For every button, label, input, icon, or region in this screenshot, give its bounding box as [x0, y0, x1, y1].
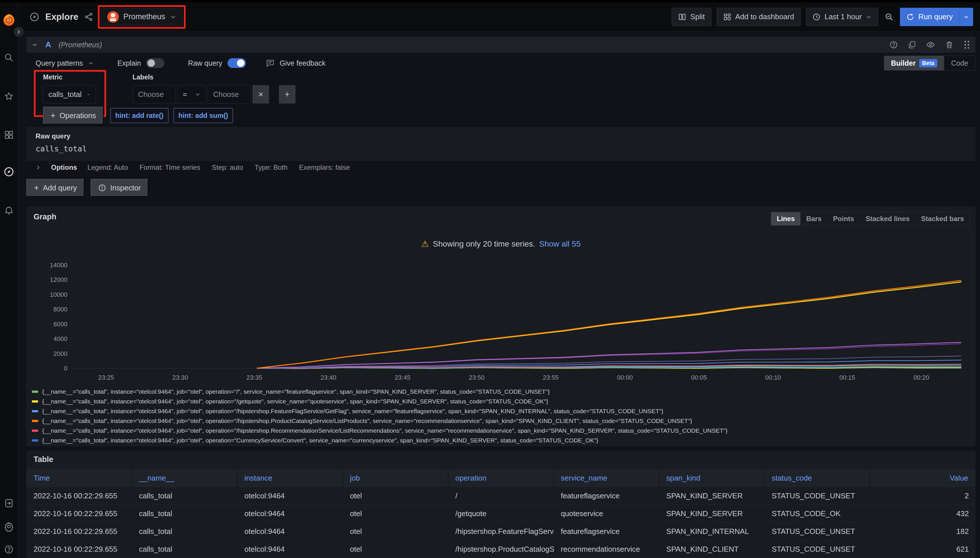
inspector-button[interactable]: Inspector	[90, 179, 148, 197]
svg-text:0: 0	[64, 365, 67, 372]
query-patterns-dropdown[interactable]: Query patterns	[36, 59, 83, 67]
query-options-row[interactable]: Options Legend: AutoFormat: Time seriesS…	[26, 161, 975, 174]
table-cell: quoteservice	[554, 505, 659, 522]
option-summary-item: Format: Time series	[140, 163, 200, 171]
table-cell: otel	[343, 487, 449, 505]
search-icon[interactable]	[0, 48, 18, 68]
table-row-1[interactable]: 2022-10-16 00:22:29.655calls_totalotelco…	[27, 505, 975, 523]
label-value-select[interactable]: Choose	[208, 85, 251, 103]
table-column-header-span_kind[interactable]: span_kind	[659, 469, 765, 487]
query-datasource-hint: (Prometheus)	[59, 41, 102, 49]
copy-query-icon[interactable]	[908, 40, 916, 49]
split-button[interactable]: Split	[672, 8, 712, 26]
query-hint-button-0[interactable]: hint: add rate()	[110, 108, 168, 123]
legend-series-label: {__name__="calls_total", instance="otelc…	[42, 388, 550, 395]
raw-query-toggle[interactable]	[227, 58, 246, 68]
table-cell: otel	[343, 505, 449, 522]
gear-icon[interactable]	[0, 517, 18, 537]
svg-text:23:45: 23:45	[395, 374, 411, 381]
table-column-header-__name__[interactable]: __name__	[132, 469, 238, 487]
svg-text:23:40: 23:40	[321, 374, 336, 381]
graph-mode-stacked-bars[interactable]: Stacked bars	[916, 212, 970, 225]
explore-compass-icon[interactable]	[0, 162, 18, 182]
graph-mode-lines[interactable]: Lines	[771, 212, 801, 225]
legend-item-5[interactable]: {__name__="calls_total", instance="otelc…	[32, 436, 970, 445]
run-query-button[interactable]: Run query	[900, 8, 973, 26]
graph-mode-points[interactable]: Points	[827, 212, 860, 225]
table-cell: SPAN_KIND_SERVER	[659, 505, 765, 522]
sync-icon	[906, 13, 914, 21]
table-cell: featureflagservice	[554, 523, 659, 540]
legend-item-4[interactable]: {__name__="calls_total", instance="otelc…	[32, 426, 970, 436]
legend-item-6[interactable]	[32, 445, 970, 446]
graph-mode-stacked-lines[interactable]: Stacked lines	[860, 212, 915, 225]
star-icon[interactable]	[0, 86, 18, 107]
graph-panel: Graph LinesBarsPointsStacked linesStacke…	[26, 207, 975, 446]
table-column-header-instance[interactable]: instance	[238, 469, 343, 487]
zoom-out-icon[interactable]	[885, 12, 894, 21]
table-cell: otel	[343, 540, 449, 558]
help-icon[interactable]	[0, 539, 18, 558]
table-row-2[interactable]: 2022-10-16 00:22:29.655calls_totalotelco…	[27, 523, 975, 540]
query-row-header[interactable]: A (Prometheus)	[26, 37, 975, 53]
table-column-header-job[interactable]: job	[343, 469, 449, 487]
svg-text:23:25: 23:25	[98, 374, 114, 381]
label-name-select[interactable]: Choose	[133, 85, 176, 103]
table-cell: calls_total	[132, 523, 238, 540]
add-operation-button[interactable]: + Operations	[43, 107, 104, 125]
legend-color-marker	[32, 420, 38, 422]
svg-text:2000: 2000	[53, 350, 67, 357]
table-column-header-service_name[interactable]: service_name	[554, 469, 659, 487]
add-query-button[interactable]: + Add query	[26, 179, 84, 197]
table-column-header-status_code[interactable]: status_code	[765, 469, 870, 487]
clock-icon	[812, 13, 821, 21]
delete-query-trash-icon[interactable]	[945, 40, 954, 49]
collapse-chevron-icon[interactable]	[31, 41, 38, 48]
share-icon[interactable]	[84, 12, 93, 21]
table-cell: SPAN_KIND_INTERNAL	[659, 523, 765, 540]
options-title[interactable]: Options	[51, 163, 77, 171]
show-all-series-link[interactable]: Show all 55	[539, 240, 580, 249]
table-cell: otelcol:9464	[238, 487, 343, 505]
legend-item-1[interactable]: {__name__="calls_total", instance="otelc…	[32, 397, 970, 406]
table-row-0[interactable]: 2022-10-16 00:22:29.655calls_totalotelco…	[27, 487, 975, 505]
time-range-picker[interactable]: Last 1 hour	[806, 8, 878, 26]
query-help-icon[interactable]	[890, 40, 898, 49]
datasource-picker[interactable]: Prometheus	[101, 8, 183, 26]
add-label-filter-button[interactable]: +	[279, 85, 296, 103]
hide-query-eye-icon[interactable]	[926, 40, 935, 49]
query-actions: + Add query Inspector	[26, 179, 148, 197]
table-column-header-Value[interactable]: Value	[870, 469, 975, 487]
query-hint-button-1[interactable]: hint: add sum()	[174, 108, 233, 123]
chevron-down-icon	[170, 14, 176, 20]
metric-select[interactable]: calls_total	[43, 85, 96, 103]
legend-item-0[interactable]: {__name__="calls_total", instance="otelc…	[32, 387, 970, 397]
option-summary-item: Step: auto	[212, 163, 243, 171]
sign-in-icon[interactable]	[0, 493, 18, 513]
table-column-header-Time[interactable]: Time	[27, 469, 132, 487]
info-circle-icon	[98, 184, 106, 192]
code-tab[interactable]: Code	[944, 56, 975, 70]
remove-label-filter-button[interactable]: ×	[252, 85, 269, 103]
dashboards-icon[interactable]	[0, 125, 18, 145]
label-operator-select[interactable]: =	[177, 85, 206, 103]
svg-text:23:50: 23:50	[469, 374, 485, 381]
give-feedback-link[interactable]: Give feedback	[280, 59, 326, 67]
table-row-3[interactable]: 2022-10-16 00:22:29.655calls_totalotelco…	[27, 540, 975, 558]
table-cell: STATUS_CODE_UNSET	[765, 540, 870, 558]
table-column-header-operation[interactable]: operation	[449, 469, 554, 487]
legend-item-2[interactable]: {__name__="calls_total", instance="otelc…	[32, 406, 970, 416]
sidebar-expand-button[interactable]	[13, 26, 24, 37]
explain-toggle[interactable]	[146, 58, 164, 68]
time-series-chart[interactable]: 0200040006000800010000120001400023:2523:…	[32, 252, 970, 384]
drag-handle[interactable]	[964, 40, 970, 49]
table-cell: 2022-10-16 00:22:29.655	[27, 487, 132, 505]
table-cell: otel	[343, 523, 449, 540]
builder-tab[interactable]: Builder Beta	[884, 56, 944, 70]
add-to-dashboard-button[interactable]: Add to dashboard	[717, 8, 801, 26]
table-cell: SPAN_KIND_CLIENT	[659, 540, 765, 558]
legend-item-3[interactable]: {__name__="calls_total", instance="otelc…	[32, 416, 970, 426]
bell-icon[interactable]	[0, 200, 18, 220]
graph-mode-bars[interactable]: Bars	[801, 212, 827, 225]
run-query-dropdown[interactable]	[959, 8, 973, 26]
